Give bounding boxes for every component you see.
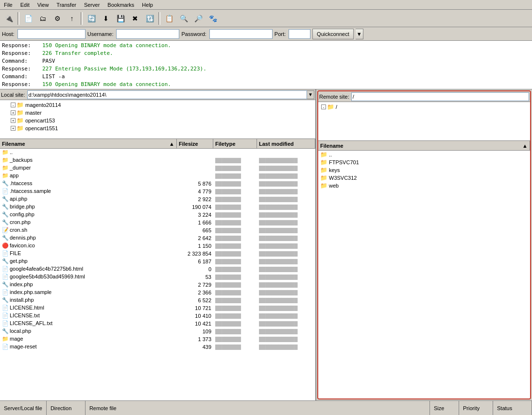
toolbar-refresh[interactable]: 🔄 bbox=[85, 12, 98, 25]
local-file-row[interactable]: 📄LICENSE_AFL.txt10 421██████████████████… bbox=[0, 320, 315, 328]
toolbar-btn-4[interactable]: ↑ bbox=[65, 12, 79, 25]
toolbar-btn-3[interactable]: ⚙ bbox=[51, 12, 64, 25]
menu-file[interactable]: File bbox=[0, 1, 17, 9]
expand-icon[interactable]: + bbox=[11, 126, 16, 131]
toolbar-search2[interactable]: 🐾 bbox=[206, 12, 220, 25]
menu-help[interactable]: Help bbox=[138, 1, 157, 9]
local-file-row[interactable]: 📄google4afea6c4b72275b6.html0███████████… bbox=[0, 265, 315, 273]
port-label: Port: bbox=[275, 31, 286, 37]
remote-file-header[interactable]: Filename▲ bbox=[318, 141, 530, 151]
local-file-row[interactable]: 🔧dennis.php2 642████████████████████ bbox=[0, 234, 315, 242]
local-path-input[interactable] bbox=[27, 90, 308, 99]
local-file-row[interactable]: 🔧cron.php1 666████████████████████ bbox=[0, 219, 315, 226]
local-file-row[interactable]: 🔧api.php2 922████████████████████ bbox=[0, 195, 315, 203]
local-file-row[interactable]: 🔧.htaccess5 876████████████████████ bbox=[0, 180, 315, 188]
toolbar-search[interactable]: 🔎 bbox=[191, 12, 205, 25]
local-file-row[interactable]: 📁_backups████████████████████ bbox=[0, 156, 315, 164]
col-header-filesize[interactable]: Filesize bbox=[177, 139, 213, 148]
expand-icon[interactable]: + bbox=[11, 118, 16, 123]
local-file-row[interactable]: 📄googlee5b4db530ad45969.html53██████████… bbox=[0, 273, 315, 281]
local-file-row[interactable]: 📁_dumper████████████████████ bbox=[0, 164, 315, 172]
log-line: Command:PASV bbox=[2, 57, 530, 65]
local-file-row[interactable]: 🔧local.php109████████████████████ bbox=[0, 328, 315, 335]
toolbar-cancel[interactable]: 💾 bbox=[114, 12, 127, 25]
local-file-row[interactable]: 📄mage-reset439████████████████████ bbox=[0, 343, 315, 351]
menu-edit[interactable]: Edit bbox=[17, 1, 34, 9]
remote-tree[interactable]: -📁/ bbox=[318, 102, 530, 141]
expand-icon[interactable]: - bbox=[11, 103, 16, 107]
status-status: Status bbox=[493, 401, 532, 415]
local-file-row[interactable]: 📝cron.sh665████████████████████ bbox=[0, 226, 315, 234]
toolbar-stop[interactable]: ⬇ bbox=[99, 12, 113, 25]
status-direction: Direction bbox=[47, 401, 86, 415]
local-file-row[interactable]: 🔧install.php6 522████████████████████ bbox=[0, 296, 315, 304]
menu-view[interactable]: View bbox=[34, 1, 53, 9]
local-path-dropdown[interactable]: ▼ bbox=[307, 90, 314, 99]
toolbar-filter[interactable]: 📋 bbox=[162, 12, 176, 25]
local-tree-item[interactable]: +📁opencart153 bbox=[1, 117, 314, 124]
local-tree-item[interactable]: +📁master bbox=[1, 109, 314, 117]
remote-path-input[interactable] bbox=[351, 92, 529, 101]
remote-file-row[interactable]: 📁keys bbox=[318, 166, 530, 174]
log-line: Response:226 Transfer complete. bbox=[2, 50, 530, 57]
local-panel: Local site: ▼ -📁magento20114+📁master+📁op… bbox=[0, 89, 316, 400]
local-file-row[interactable]: 📄LICENSE.txt10 410████████████████████ bbox=[0, 312, 315, 320]
remote-file-row[interactable]: 📁FTPSVC701 bbox=[318, 158, 530, 166]
menu-bar: File Edit View Transfer Server Bookmarks… bbox=[0, 0, 532, 10]
log-area: Response:150 Opening BINARY mode data co… bbox=[0, 41, 532, 89]
remote-panel: Remote site: -📁/ Filename▲ 📁..📁FTPSVC701… bbox=[317, 90, 531, 399]
menu-bookmarks[interactable]: Bookmarks bbox=[103, 1, 138, 9]
toolbar-reconnect[interactable]: 🔃 bbox=[143, 12, 156, 25]
remote-site-label: Remote site: bbox=[319, 94, 349, 100]
quickconnect-dropdown[interactable]: ▼ bbox=[356, 29, 363, 39]
local-file-row[interactable]: 🔧bridge.php190 074████████████████████ bbox=[0, 203, 315, 211]
local-file-row[interactable]: 📄LICENSE.html10 721████████████████████ bbox=[0, 304, 315, 312]
status-server-local: Server/Local file bbox=[0, 401, 47, 415]
menu-server[interactable]: Server bbox=[80, 1, 103, 9]
toolbar-new-connection[interactable]: 🔌 bbox=[2, 12, 16, 25]
toolbar-sep-1 bbox=[17, 12, 19, 25]
local-file-row[interactable]: 🔧config.php3 224████████████████████ bbox=[0, 211, 315, 219]
host-input[interactable] bbox=[17, 29, 86, 39]
toolbar-compare[interactable]: 🔍 bbox=[177, 12, 190, 25]
local-file-row[interactable]: 📄index.php.sample2 366██████████████████… bbox=[0, 289, 315, 296]
username-input[interactable] bbox=[116, 29, 179, 39]
expand-icon[interactable]: + bbox=[11, 110, 16, 115]
quickconnect-button[interactable]: Quickconnect bbox=[312, 29, 354, 39]
menu-transfer[interactable]: Transfer bbox=[52, 1, 80, 9]
password-input[interactable] bbox=[209, 29, 273, 39]
local-file-row[interactable]: 📄.htaccess.sample4 779██████████████████… bbox=[0, 188, 315, 195]
log-line: Command:LIST -a bbox=[2, 73, 530, 81]
panels: Local site: ▼ -📁magento20114+📁master+📁op… bbox=[0, 89, 532, 400]
col-header-filetype[interactable]: Filetype bbox=[213, 139, 257, 148]
local-path-bar: Local site: ▼ bbox=[0, 89, 315, 100]
port-input[interactable] bbox=[289, 29, 310, 39]
local-tree-item[interactable]: +📁opencart1551 bbox=[1, 124, 314, 132]
local-tree[interactable]: -📁magento20114+📁master+📁opencart153+📁ope… bbox=[0, 100, 315, 139]
toolbar-btn-1[interactable]: 📄 bbox=[21, 12, 35, 25]
local-tree-item[interactable]: -📁magento20114 bbox=[1, 101, 314, 109]
local-file-row[interactable]: 📁mage1 373████████████████████ bbox=[0, 335, 315, 343]
remote-file-row[interactable]: 📁.. bbox=[318, 151, 530, 158]
col-header-modified[interactable]: Last modified bbox=[257, 139, 315, 148]
status-remote-file: Remote file bbox=[86, 401, 430, 415]
local-file-row[interactable]: 🔧index.php2 729████████████████████ bbox=[0, 281, 315, 289]
col-header-filename[interactable]: Filename▲ bbox=[0, 139, 177, 148]
local-file-header[interactable]: Filename▲ Filesize Filetype Last modifie… bbox=[0, 139, 315, 149]
toolbar-btn-2[interactable]: 🗂 bbox=[36, 12, 50, 25]
local-file-row[interactable]: 📄FILE2 323 854████████████████████ bbox=[0, 250, 315, 258]
remote-path-bar: Remote site: bbox=[318, 91, 530, 102]
toolbar-disconnect[interactable]: ✖ bbox=[128, 12, 142, 25]
remote-tree-item[interactable]: -📁/ bbox=[319, 103, 529, 111]
local-file-row[interactable]: 📁.. bbox=[0, 149, 315, 156]
remote-col-header-filename[interactable]: Filename▲ bbox=[318, 141, 530, 150]
local-file-row[interactable]: 📁app████████████████████ bbox=[0, 172, 315, 180]
remote-file-row[interactable]: 📁web bbox=[318, 182, 530, 190]
local-file-row[interactable]: 🔴favicon.ico1 150████████████████████ bbox=[0, 242, 315, 250]
expand-icon[interactable]: - bbox=[321, 104, 326, 109]
remote-file-row[interactable]: 📁W3SVC312 bbox=[318, 174, 530, 182]
local-file-list[interactable]: 📁..📁_backups████████████████████📁_dumper… bbox=[0, 149, 315, 400]
toolbar-sep-3 bbox=[158, 12, 160, 25]
remote-file-list[interactable]: 📁..📁FTPSVC701📁keys📁W3SVC312📁web bbox=[318, 151, 530, 398]
local-file-row[interactable]: 🔧get.php6 187████████████████████ bbox=[0, 258, 315, 265]
